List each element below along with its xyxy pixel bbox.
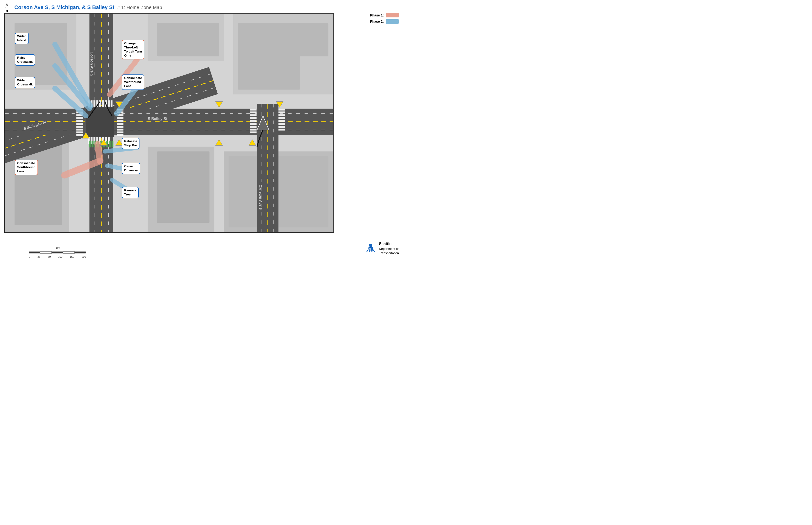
- svg-rect-85: [278, 120, 285, 122]
- svg-text:Carleton Ave S: Carleton Ave S: [259, 185, 263, 210]
- svg-rect-78: [250, 126, 257, 127]
- scale-50: 50: [48, 255, 50, 258]
- scale-ruler: [29, 250, 86, 255]
- legend-phase2: Phase 2:: [370, 19, 399, 24]
- sdot-text: Seattle Department ofTransportation: [379, 241, 399, 255]
- svg-line-129: [366, 250, 368, 252]
- legend-phase1-label: Phase 1:: [370, 13, 384, 17]
- svg-rect-121: [29, 252, 40, 253]
- sdot-name: Seattle: [379, 242, 391, 246]
- svg-rect-124: [63, 252, 74, 253]
- svg-rect-69: [117, 129, 124, 131]
- svg-rect-73: [250, 111, 257, 113]
- svg-rect-43: [111, 100, 113, 107]
- svg-rect-15: [281, 23, 328, 56]
- svg-rect-82: [278, 111, 285, 113]
- svg-rect-87: [278, 126, 285, 127]
- label-consolidate-southbound: ConsolidateSouthboundLane: [15, 160, 38, 175]
- svg-text:Corson Ave S: Corson Ave S: [90, 51, 94, 76]
- legend-phase1-swatch: [386, 13, 399, 17]
- scale-200: 200: [82, 255, 86, 258]
- north-arrow: N: [4, 2, 10, 12]
- svg-rect-59: [76, 129, 83, 131]
- svg-line-99: [98, 145, 100, 161]
- sdot-logo: Seattle Department ofTransportation: [365, 241, 399, 255]
- label-widen-island: WidenIsland: [15, 33, 29, 44]
- svg-rect-13: [157, 23, 219, 56]
- svg-rect-71: [117, 134, 124, 136]
- scale-bar: Feet 0 25 50 100 150 200: [29, 246, 86, 258]
- svg-rect-74: [250, 114, 257, 116]
- label-change-thru-left: ChangeThru-LeftTo Left TurnOnly: [122, 40, 144, 59]
- sdot-dept: Department ofTransportation: [379, 247, 399, 255]
- svg-rect-81: [278, 108, 285, 110]
- legend-phase1: Phase 1:: [370, 13, 399, 17]
- scale-100: 100: [58, 255, 62, 258]
- svg-rect-42: [108, 100, 110, 107]
- svg-rect-90: [91, 141, 93, 148]
- svg-rect-76: [250, 120, 257, 122]
- legend-phase2-swatch: [386, 19, 399, 24]
- svg-rect-65: [117, 117, 124, 119]
- svg-rect-75: [250, 117, 257, 119]
- map-svg: Corson Ave S S Michigan St S Bailey St C…: [5, 14, 333, 232]
- scale-150: 150: [70, 255, 74, 258]
- svg-rect-55: [76, 117, 83, 119]
- svg-rect-97: [112, 141, 113, 148]
- label-raise-crosswalk: RaiseCrosswalk: [15, 54, 35, 65]
- svg-rect-122: [40, 252, 52, 253]
- label-close-driveway: CloseDriveway: [122, 163, 140, 174]
- svg-rect-86: [278, 123, 285, 125]
- title-sub: # 1: Home Zone Map: [117, 5, 162, 10]
- svg-text:S Bailey St: S Bailey St: [148, 117, 168, 121]
- title-main: Corson Ave S, S Michigan, & S Bailey St: [14, 4, 114, 11]
- svg-rect-61: [76, 134, 83, 136]
- svg-rect-84: [278, 117, 285, 119]
- svg-rect-83: [278, 114, 285, 116]
- label-consolidate-westbound: ConsolidateWestboundLane: [122, 74, 144, 90]
- legend: Phase 1: Phase 2:: [370, 13, 399, 24]
- svg-rect-125: [74, 252, 86, 253]
- svg-rect-88: [278, 129, 285, 131]
- svg-rect-80: [250, 132, 257, 133]
- svg-rect-39: [99, 100, 101, 107]
- svg-rect-67: [117, 123, 124, 125]
- svg-rect-40: [102, 100, 104, 107]
- scale-25: 25: [38, 255, 40, 258]
- svg-rect-77: [250, 123, 257, 125]
- svg-rect-60: [76, 132, 83, 133]
- svg-rect-57: [76, 123, 83, 125]
- map-container: Corson Ave S S Michigan St S Bailey St C…: [4, 13, 334, 232]
- label-remove-tree: RemoveTree: [122, 187, 139, 198]
- svg-rect-16: [157, 151, 209, 223]
- svg-line-130: [373, 250, 375, 252]
- scale-label: Feet: [29, 246, 86, 250]
- svg-rect-68: [117, 126, 124, 127]
- svg-rect-58: [76, 126, 83, 127]
- svg-rect-89: [89, 141, 90, 148]
- svg-point-128: [369, 244, 372, 247]
- svg-rect-37: [93, 100, 95, 107]
- svg-rect-123: [52, 252, 63, 253]
- svg-rect-70: [117, 132, 124, 133]
- legend-phase2-label: Phase 2:: [370, 19, 384, 24]
- page: N Corson Ave S, S Michigan, & S Bailey S…: [0, 0, 406, 262]
- svg-rect-66: [117, 120, 124, 122]
- sdot-icon: [365, 242, 377, 254]
- header: Corson Ave S, S Michigan, & S Bailey St …: [14, 4, 162, 11]
- svg-rect-56: [76, 120, 83, 122]
- svg-rect-96: [108, 141, 111, 148]
- scale-0: 0: [29, 255, 30, 258]
- label-widen-crosswalk: WidenCrosswalk: [15, 77, 35, 88]
- svg-rect-72: [250, 108, 257, 110]
- svg-rect-79: [250, 129, 257, 131]
- label-relocate-stop-bar: RelocateStop Bar: [122, 138, 140, 149]
